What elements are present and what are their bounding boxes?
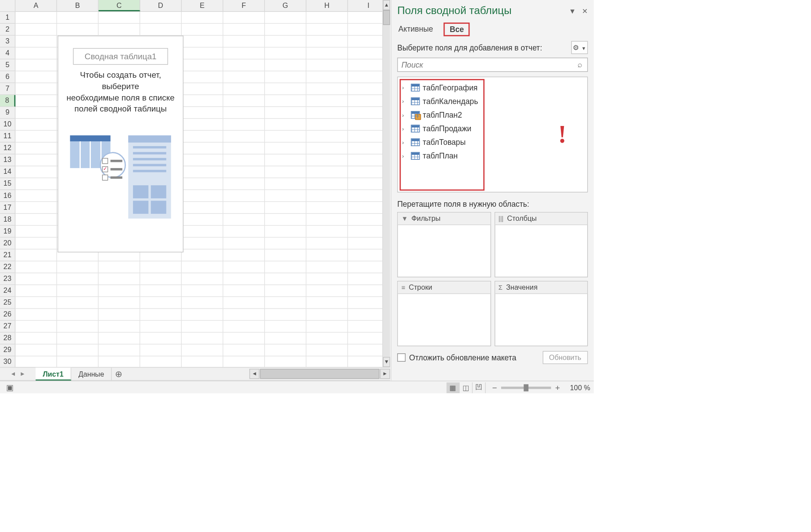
cell[interactable]: [306, 249, 348, 261]
cell[interactable]: [182, 297, 223, 309]
cell[interactable]: [306, 356, 348, 368]
cell[interactable]: [140, 356, 182, 368]
cell[interactable]: [223, 131, 265, 143]
col-header[interactable]: E: [182, 0, 223, 11]
cell[interactable]: [306, 309, 348, 321]
cell[interactable]: [15, 249, 57, 261]
cell[interactable]: [306, 178, 348, 190]
cell[interactable]: [182, 59, 223, 71]
col-header[interactable]: A: [15, 0, 57, 11]
cell[interactable]: [15, 24, 57, 36]
cell[interactable]: [15, 202, 57, 214]
cell[interactable]: [265, 155, 306, 166]
row-header[interactable]: 18: [0, 214, 15, 226]
row-header[interactable]: 1: [0, 12, 15, 24]
zoom-slider[interactable]: − +: [491, 383, 562, 392]
cell[interactable]: [223, 47, 265, 59]
row-header[interactable]: 2: [0, 24, 15, 36]
cell[interactable]: [15, 47, 57, 59]
cell[interactable]: [223, 237, 265, 249]
page-layout-view-button[interactable]: ◫: [459, 382, 473, 393]
cell[interactable]: [99, 345, 140, 356]
cell[interactable]: [265, 226, 306, 237]
col-header[interactable]: F: [223, 0, 265, 11]
cell[interactable]: [306, 143, 348, 155]
sheet-tab[interactable]: Лист1: [36, 367, 71, 381]
cell[interactable]: [182, 202, 223, 214]
cell[interactable]: [265, 59, 306, 71]
cell[interactable]: [265, 249, 306, 261]
row-header[interactable]: 23: [0, 273, 15, 285]
cell[interactable]: [15, 71, 57, 83]
cell[interactable]: [15, 59, 57, 71]
cell[interactable]: [265, 309, 306, 321]
cell[interactable]: [223, 36, 265, 47]
field-item[interactable]: ›таблГеография: [400, 81, 585, 94]
row-header[interactable]: 10: [0, 119, 15, 131]
cell[interactable]: [223, 83, 265, 95]
cell[interactable]: [182, 83, 223, 95]
scroll-down-icon[interactable]: ▼: [383, 357, 390, 367]
cell[interactable]: [223, 71, 265, 83]
row-header[interactable]: 9: [0, 107, 15, 119]
cell[interactable]: [265, 345, 306, 356]
cell[interactable]: [182, 321, 223, 333]
cell[interactable]: [15, 261, 57, 273]
row-header[interactable]: 21: [0, 249, 15, 261]
cell[interactable]: [182, 261, 223, 273]
cell[interactable]: [15, 95, 57, 107]
row-header[interactable]: 12: [0, 143, 15, 155]
cell[interactable]: [306, 166, 348, 178]
row-header[interactable]: 5: [0, 59, 15, 71]
expand-icon[interactable]: ›: [402, 153, 408, 159]
cell[interactable]: [265, 95, 306, 107]
row-header[interactable]: 22: [0, 261, 15, 273]
cell[interactable]: [140, 309, 182, 321]
values-zone[interactable]: ΣЗначения: [494, 281, 588, 346]
cell[interactable]: [140, 297, 182, 309]
field-item[interactable]: ›таблПродажи: [400, 122, 585, 135]
cell[interactable]: [306, 12, 348, 24]
scroll-track[interactable]: [383, 10, 390, 357]
cell[interactable]: [306, 24, 348, 36]
row-header[interactable]: 16: [0, 190, 15, 202]
cell[interactable]: [15, 214, 57, 226]
cell[interactable]: [223, 12, 265, 24]
cell[interactable]: [306, 333, 348, 345]
cell[interactable]: [265, 36, 306, 47]
cell[interactable]: [306, 155, 348, 166]
cell[interactable]: [265, 47, 306, 59]
row-header[interactable]: 6: [0, 71, 15, 83]
cell[interactable]: [15, 237, 57, 249]
row-header[interactable]: 19: [0, 226, 15, 237]
cell[interactable]: [306, 59, 348, 71]
cell[interactable]: [223, 119, 265, 131]
row-header[interactable]: 14: [0, 166, 15, 178]
cell[interactable]: [265, 83, 306, 95]
cell[interactable]: [223, 166, 265, 178]
row-header[interactable]: 4: [0, 47, 15, 59]
cell[interactable]: [140, 285, 182, 297]
cell[interactable]: [265, 321, 306, 333]
row-header[interactable]: 28: [0, 333, 15, 345]
cell[interactable]: [223, 202, 265, 214]
cell[interactable]: [182, 333, 223, 345]
zoom-percent[interactable]: 100 %: [570, 383, 590, 392]
cell[interactable]: [182, 131, 223, 143]
cell[interactable]: [182, 143, 223, 155]
cell[interactable]: [15, 356, 57, 368]
cell[interactable]: [306, 131, 348, 143]
cell[interactable]: [223, 178, 265, 190]
cell[interactable]: [265, 119, 306, 131]
cell[interactable]: [15, 285, 57, 297]
cell[interactable]: [223, 321, 265, 333]
record-macro-icon[interactable]: ▣: [4, 383, 15, 392]
field-item[interactable]: ›таблПлан2: [400, 108, 585, 122]
zoom-in-button[interactable]: +: [553, 383, 562, 392]
cell[interactable]: [265, 333, 306, 345]
page-break-view-button[interactable]: 凹: [473, 382, 486, 393]
cell[interactable]: [182, 356, 223, 368]
cell[interactable]: [265, 107, 306, 119]
cell[interactable]: [15, 166, 57, 178]
cell[interactable]: [306, 226, 348, 237]
